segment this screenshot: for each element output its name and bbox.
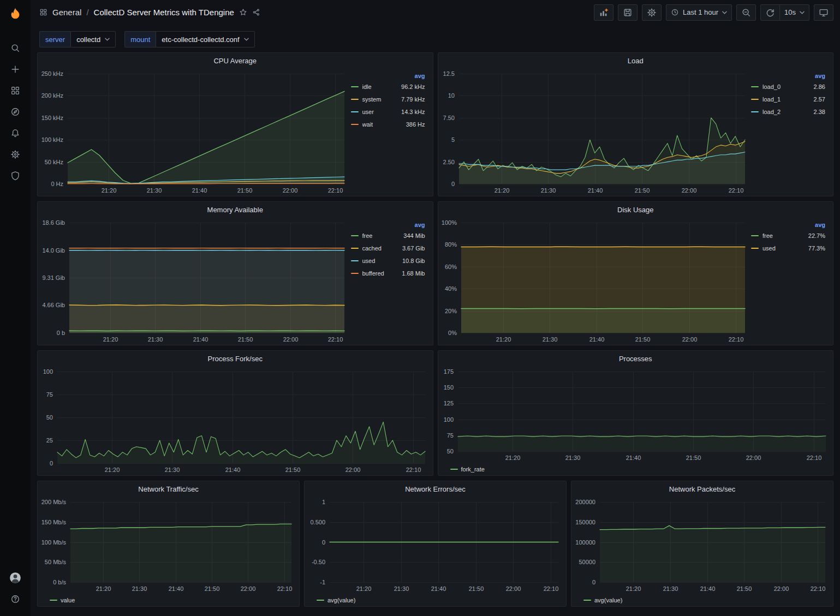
- panel-disk-usage: Disk Usage 0%20%40%60%80%100%21:2021:302…: [438, 201, 834, 345]
- svg-text:22:00: 22:00: [241, 585, 256, 592]
- series-avg-value: 386 Hz: [406, 121, 425, 128]
- legend-avg-column-header[interactable]: avg: [815, 73, 825, 79]
- panel-title[interactable]: Process Fork/sec: [38, 351, 433, 366]
- grafana-logo[interactable]: [7, 5, 24, 23]
- chart-cpu-average[interactable]: 0 Hz50 kHz100 kHz150 kHz200 kHz250 kHz21…: [38, 68, 350, 196]
- share-icon[interactable]: [252, 8, 260, 16]
- svg-text:21:20: 21:20: [505, 454, 520, 461]
- chart-network-traffic[interactable]: 0 b/s50 Mb/s100 Mb/s150 Mb/s200 Mb/s21:2…: [38, 497, 297, 594]
- legend-avg-column-header[interactable]: avg: [815, 222, 825, 228]
- chart-network-packets[interactable]: 05000010000015000020000021:2021:3021:402…: [571, 497, 831, 594]
- legend-item-used[interactable]: used10.8 Gib: [351, 254, 425, 267]
- series-name[interactable]: fork_rate: [461, 466, 485, 473]
- dashboards-icon[interactable]: [39, 8, 47, 16]
- chart-disk-usage[interactable]: 0%20%40%60%80%100%21:2021:3021:4021:5022…: [438, 217, 750, 345]
- create-plus-icon[interactable]: [5, 61, 26, 77]
- panel-title[interactable]: Network Traffic/sec: [38, 481, 299, 497]
- svg-text:75: 75: [446, 432, 453, 439]
- svg-text:50000: 50000: [579, 559, 595, 565]
- series-name[interactable]: load_1: [762, 96, 811, 103]
- explore-compass-icon[interactable]: [5, 104, 26, 120]
- chart-network-errors[interactable]: -1-0.5000.500121:2021:3021:4021:5022:002…: [305, 497, 564, 594]
- legend-item-user[interactable]: user14.3 kHz: [351, 105, 425, 118]
- panel-title[interactable]: CPU Average: [38, 53, 433, 68]
- series-name[interactable]: value: [61, 597, 75, 603]
- refresh-button[interactable]: [760, 4, 780, 21]
- variable-server-dropdown[interactable]: collectd: [70, 31, 116, 47]
- legend-item-wait[interactable]: wait386 Hz: [351, 118, 425, 130]
- svg-text:0: 0: [592, 579, 595, 585]
- legend-item-idle[interactable]: idle96.2 kHz: [351, 80, 425, 93]
- chart-processes[interactable]: 507510012515017521:2021:3021:4021:5022:0…: [438, 366, 831, 463]
- legend-item-value[interactable]: value: [50, 597, 75, 603]
- panel-title[interactable]: Memory Available: [38, 202, 433, 217]
- svg-text:21:50: 21:50: [635, 336, 650, 343]
- series-name[interactable]: wait: [362, 121, 403, 128]
- legend-item-avg(value)[interactable]: avg(value): [317, 597, 355, 603]
- panel-title[interactable]: Processes: [438, 351, 833, 366]
- svg-text:150 kHz: 150 kHz: [41, 115, 63, 121]
- save-dashboard-button[interactable]: [618, 4, 638, 21]
- panel-network-traffic: Network Traffic/sec 0 b/s50 Mb/s100 Mb/s…: [37, 481, 300, 607]
- user-avatar[interactable]: [5, 570, 26, 586]
- legend-avg-column-header[interactable]: avg: [415, 73, 425, 79]
- svg-text:150000: 150000: [575, 519, 595, 525]
- chart-load[interactable]: 02.5057.501012.521:2021:3021:4021:5022:0…: [438, 68, 750, 196]
- alerting-bell-icon[interactable]: [5, 125, 26, 141]
- svg-text:21:20: 21:20: [494, 187, 509, 194]
- legend-item-load_2[interactable]: load_22.38: [751, 105, 825, 118]
- legend: avgidle96.2 kHzsystem7.79 kHzuser14.3 kH…: [350, 68, 431, 196]
- series-name[interactable]: buffered: [362, 270, 399, 277]
- help-icon[interactable]: [5, 591, 26, 607]
- chart-process-fork[interactable]: 025507510021:2021:3021:4021:5022:0022:10: [38, 366, 431, 475]
- legend-item-fork_rate[interactable]: fork_rate: [450, 466, 485, 473]
- star-icon[interactable]: [239, 8, 247, 16]
- series-name[interactable]: used: [362, 258, 399, 264]
- legend-item-used[interactable]: used77.3%: [751, 242, 825, 254]
- search-icon[interactable]: [5, 40, 26, 56]
- chart-memory-available[interactable]: 0 b4.66 Gib9.31 Gib14.0 Gib18.6 Gib21:20…: [38, 217, 350, 345]
- series-name[interactable]: free: [362, 232, 401, 239]
- variable-server-label: server: [39, 31, 70, 47]
- dashboards-icon[interactable]: [5, 82, 26, 99]
- svg-text:200 Mb/s: 200 Mb/s: [41, 499, 67, 505]
- legend-item-avg(value)[interactable]: avg(value): [583, 597, 622, 603]
- refresh-interval-picker[interactable]: 10s: [780, 4, 809, 21]
- add-panel-button[interactable]: [594, 4, 613, 21]
- panel-title[interactable]: Network Packets/sec: [571, 481, 833, 497]
- series-name[interactable]: idle: [362, 83, 398, 90]
- legend-item-system[interactable]: system7.79 kHz: [351, 93, 425, 105]
- panel-title[interactable]: Network Errors/sec: [305, 481, 566, 497]
- series-name[interactable]: load_0: [762, 83, 811, 90]
- legend-item-cached[interactable]: cached3.67 Gib: [351, 242, 425, 254]
- configuration-gear-icon[interactable]: [5, 146, 26, 163]
- breadcrumb-section[interactable]: General: [52, 8, 81, 17]
- dashboard-settings-button[interactable]: [642, 4, 662, 21]
- series-name[interactable]: used: [762, 245, 805, 252]
- legend-avg-column-header[interactable]: avg: [415, 222, 425, 228]
- server-admin-shield-icon[interactable]: [5, 168, 26, 184]
- time-range-picker[interactable]: Last 1 hour: [666, 4, 732, 21]
- svg-text:21:30: 21:30: [540, 187, 556, 194]
- svg-text:4.66 Gib: 4.66 Gib: [42, 302, 65, 308]
- variable-mount-dropdown[interactable]: etc-collectd-collectd.conf: [156, 31, 254, 47]
- legend-item-load_0[interactable]: load_02.86: [751, 80, 825, 93]
- series-name[interactable]: avg(value): [327, 597, 355, 603]
- series-avg-value: 7.79 kHz: [401, 96, 425, 103]
- series-name[interactable]: avg(value): [594, 597, 622, 603]
- series-name[interactable]: load_2: [762, 109, 811, 115]
- series-name[interactable]: free: [762, 232, 805, 239]
- panel-title[interactable]: Disk Usage: [438, 202, 833, 217]
- series-name[interactable]: user: [362, 109, 398, 115]
- panel-title[interactable]: Load: [438, 53, 833, 68]
- legend-item-load_1[interactable]: load_12.57: [751, 93, 825, 105]
- legend-item-free[interactable]: free22.7%: [751, 229, 825, 242]
- svg-text:-0.50: -0.50: [312, 559, 325, 565]
- svg-text:21:30: 21:30: [663, 585, 678, 592]
- series-name[interactable]: system: [362, 96, 398, 103]
- legend-item-buffered[interactable]: buffered1.68 Mib: [351, 267, 425, 279]
- tv-mode-button[interactable]: [814, 4, 833, 21]
- legend-item-free[interactable]: free344 Mib: [351, 229, 425, 242]
- series-name[interactable]: cached: [362, 245, 399, 252]
- zoom-out-time-button[interactable]: [736, 4, 756, 21]
